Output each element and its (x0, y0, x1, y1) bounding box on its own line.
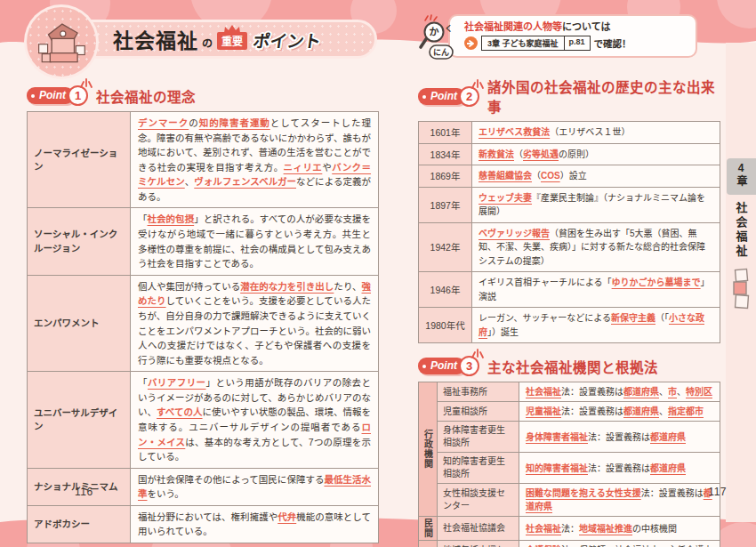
highlighted-term: 特別区 (686, 387, 712, 397)
institution-row: センター地域包括支援センター介護保険法：保健師、社会福祉士、主任介護支援専門員を… (419, 541, 720, 547)
institution-row: 民間社会福祉協議会社会福祉法：地域福祉推進の中核機関 (419, 517, 720, 541)
term-cell: エンパワメント (28, 275, 131, 371)
institution-row: 知的障害者更生相談所知的障害者福祉法：設置義務は都道府県 (419, 453, 720, 484)
highlighted-term: ウェッブ夫妻 (479, 193, 532, 203)
text-run: 福祉分野においては、権利擁護や (138, 511, 277, 522)
chapter-label: 社会福祉 (733, 202, 750, 259)
concept-row: ソーシャル・インクルージョン「社会的包摂」と訳される。すべての人が必要な支援を受… (28, 208, 379, 275)
year-cell: 1946年 (419, 272, 472, 308)
highlighted-term: 身体障害者福祉 (526, 432, 588, 442)
event-cell: ベヴァリッジ報告（貧困を生み出す「5大悪（貧困、無知、不潔、失業、疾病）」に対す… (472, 222, 720, 272)
text-run: や (322, 162, 332, 173)
text-run: （「 (655, 313, 669, 323)
text-run: （ (532, 171, 541, 181)
concept-row: ノーマライゼーションデンマークの知的障害者運動としてスタートした理念。障害の有無… (28, 112, 379, 208)
importance-badge: 重要 (217, 32, 247, 50)
header-suffix: ポイント (252, 28, 323, 52)
reference-page: p.81 (565, 36, 590, 50)
highlighted-term: 知的障害者運動 (199, 117, 270, 128)
history-row: 1897年ウェッブ夫妻『産業民主制論』（ナショナルミニマム論を展開） (419, 187, 720, 222)
highlighted-term: ヴォルフェンスベルガー (194, 176, 296, 187)
highlighted-term: 劣等処遇 (523, 149, 559, 159)
kakunin-callout: か く にん 社会福祉関連の人物等については 3章 子ども家庭福祉 p.81 で… (418, 14, 720, 64)
crown-icon (223, 25, 241, 33)
kakunin-confirm-text: で確認！ (594, 36, 631, 50)
highlighted-term: 地域福祉推進 (579, 524, 632, 534)
text-run: 「 (138, 213, 148, 224)
stacked-cubes-icon (730, 268, 752, 310)
history-row: 1601年エリザベス救貧法（エリザベス１世） (419, 122, 720, 144)
blocks-house-icon (36, 20, 87, 64)
year-cell: 1834年 (419, 143, 472, 165)
highlighted-term: 都道府県 (623, 406, 659, 416)
definition-cell: 個人や集団が持っている潜在的な力を引き出したり、強めたりしていくことをいう。支援… (131, 275, 379, 371)
organization-cell: 女性相談支援センター (438, 484, 519, 517)
kakunin-box: 社会福祉関連の人物等については 3章 子ども家庭福祉 p.81 で確認！ (448, 14, 697, 58)
text-run: 」）誕生 (487, 327, 519, 337)
text-run: の (189, 117, 198, 128)
text-run: 個人や集団が持っている (138, 281, 240, 292)
point1-title: 社会福祉の理念 (96, 86, 196, 106)
highlighted-term: 児童福祉 (526, 406, 561, 416)
highlighted-term: 慈善組織協会 (479, 171, 532, 181)
text-run: 法：設置義務は (561, 406, 623, 416)
institution-row: 女性相談支援センター困難な問題を抱える女性支援法：設置義務は都道府県 (419, 484, 720, 517)
group-cell: 行政機関 (419, 382, 438, 517)
highlighted-term: 社会福祉 (526, 387, 561, 397)
highlighted-term: ニィリエ (284, 162, 323, 173)
importance-badge-label: 重要 (221, 36, 243, 48)
arrow-circle-icon (464, 36, 478, 50)
institution-row: 児童相談所児童福祉法：設置義務は都道府県、指定都市 (419, 402, 720, 422)
point2-number: 2 (459, 86, 479, 107)
text-run: の中核機関 (632, 524, 677, 534)
history-row: 1946年イギリス首相チャーチルによる「ゆりかごから墓場まで」演説 (419, 272, 720, 308)
highlighted-term: 新救貧法 (479, 149, 514, 159)
event-cell: レーガン、サッチャーなどによる新保守主義（「小さな政府」）誕生 (472, 308, 720, 343)
lightbulb-rays-icon (470, 78, 485, 89)
organization-cell: 社会福祉協議会 (438, 517, 519, 541)
law-cell: 困難な問題を抱える女性支援法：設置義務は都道府県 (519, 484, 720, 517)
term-cell: ユニバーサルデザイン (28, 372, 131, 468)
organization-cell: 福祉事務所 (438, 382, 519, 402)
text-run: 、 (677, 387, 686, 397)
header-icon-circle (27, 7, 96, 76)
organization-cell: 知的障害者更生相談所 (438, 453, 519, 484)
law-cell: 身体障害者福祉法：設置義務は都道府県 (519, 422, 720, 453)
lightbulb-rays-icon (470, 348, 485, 358)
point1-heading: Point 1 社会福祉の理念 (27, 85, 379, 106)
highlighted-term: 新保守主義 (611, 313, 655, 323)
year-cell: 1942年 (419, 222, 472, 272)
text-run: 、 (659, 387, 668, 397)
page-header: 社会福祉 の 重要 ポイント (27, 9, 379, 73)
chapter-tab: 4章 社会福祉 (726, 158, 756, 310)
event-cell: ウェッブ夫妻『産業民主制論』（ナショナルミニマム論を展開） (472, 187, 720, 222)
point1-table: ノーマライゼーションデンマークの知的障害者運動としてスタートした理念。障害の有無… (27, 111, 379, 543)
highlighted-term: バリアフリー (148, 377, 206, 388)
text-run: の原則） (559, 149, 594, 159)
point3-heading: Point 3 主な社会福祉機関と根拠法 (418, 356, 720, 376)
mascot-char-nin: にん (433, 48, 449, 57)
text-run: イギリス首相チャーチルによる「 (479, 278, 612, 287)
point3-table: 行政機関福祉事務所社会福祉法：設置義務は都道府県、市、特別区児童相談所児童福祉法… (418, 382, 720, 547)
term-cell: ノーマライゼーション (28, 112, 131, 208)
highlighted-term: ベヴァリッジ報告 (479, 229, 550, 238)
text-run: をいう。 (148, 488, 184, 499)
definition-cell: 「バリアフリー」という用語が既存のバリアの除去というイメージがあるのに対して、あ… (131, 372, 379, 468)
history-row: 1869年慈善組織協会（COS）設立 (419, 165, 720, 188)
event-cell: 慈善組織協会（COS）設立 (472, 165, 720, 188)
highlighted-term: 困難な問題を抱える女性支援 (526, 488, 641, 498)
page-number-left: 116 (75, 486, 93, 498)
kakunin-topic-rest: については (562, 21, 610, 32)
highlighted-term: 都道府県 (623, 387, 659, 397)
point3-title: 主な社会福祉機関と根拠法 (487, 357, 658, 376)
page-number-right: 117 (708, 486, 727, 498)
group-cell: センター (419, 541, 438, 547)
institution-row: 身体障害者更生相談所身体障害者福祉法：設置義務は都道府県 (419, 422, 720, 453)
text-run: していくことをいう。支援を必要としている人たちが、自分自身の力で課題解決できるよ… (138, 295, 371, 365)
mascot-char-ku: く (445, 24, 453, 33)
header-title: 社会福祉 (113, 24, 198, 54)
highlighted-term: デンマーク (138, 117, 189, 128)
highlighted-term: ゆりかごから墓場まで (612, 278, 701, 287)
highlighted-term: 代弁 (277, 511, 296, 522)
highlighted-term: 指定都市 (668, 406, 704, 416)
